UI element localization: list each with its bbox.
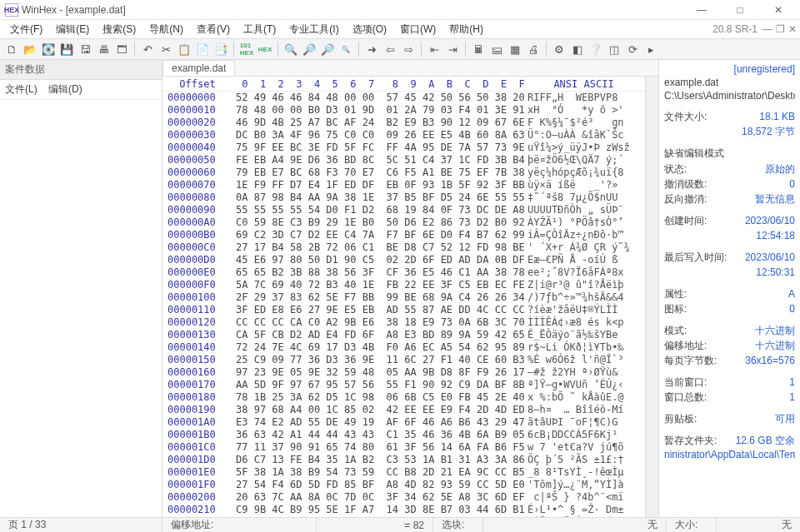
hex-row[interactable]: 0000014072 24 7E 4C 69 17 D3 4B F0 A6 EC… <box>162 341 645 354</box>
undo-icon[interactable]: ↶ <box>139 41 156 57</box>
hex-row[interactable]: 0000009055 55 55 55 54 D0 F1 D2 68 19 84… <box>162 204 645 216</box>
hex-row[interactable]: 000000800A 87 98 B4 AA 9A 38 1E 37 B5 BF… <box>162 191 645 204</box>
child-minimize-icon[interactable]: — <box>762 23 772 35</box>
hex-row[interactable]: 0000019038 97 68 A4 00 1C 85 02 42 EE EE… <box>162 404 645 416</box>
opendisk-icon[interactable]: 💽 <box>40 41 57 57</box>
findhex3-icon[interactable]: 🔍 <box>338 41 354 57</box>
hex-row[interactable]: 0000015025 C9 09 77 36 D3 36 9E 11 6C 27… <box>162 354 645 366</box>
pos2-icon[interactable]: ⇥ <box>444 41 461 57</box>
disk-icon[interactable]: 🖴 <box>488 41 505 57</box>
hex-row[interactable]: 000000F05A 7C 69 40 72 B3 40 1E FB 22 EE… <box>162 279 645 291</box>
hex-row[interactable]: 00000210C9 9B 4C B9 95 5E 1F A7 14 3D 8E… <box>162 504 645 516</box>
hex-row[interactable]: 000000C027 17 B4 58 2B 72 06 C1 BE D8 C7… <box>162 241 645 254</box>
status-sel-label: 选块: <box>442 518 464 532</box>
cfg-icon[interactable]: ⚙ <box>551 41 568 57</box>
info-panel: [unregistered] example.dat C:\Users\Admi… <box>658 60 800 517</box>
hex-row[interactable]: 000001F027 54 F4 6D 5D FD 85 BF A8 4D 82… <box>162 479 645 491</box>
hex-row[interactable]: 0000016097 23 9E 05 9E 32 59 48 05 AA 9B… <box>162 366 645 379</box>
menu-help[interactable]: 帮助(H) <box>442 21 490 38</box>
close-button[interactable]: ✕ <box>762 4 795 16</box>
hex-row[interactable]: 0000002046 9D 4B 25 A7 BC AF 24 B2 E9 B3… <box>162 117 645 129</box>
hex-row[interactable]: 00000050FE EB A4 9E D6 36 BD 8C 5C 51 C4… <box>162 154 645 167</box>
open-icon[interactable]: 📂 <box>22 41 38 57</box>
tab-bar: example.dat <box>162 60 658 77</box>
new-icon[interactable]: 🗋 <box>3 41 20 57</box>
status-page: 页 1 / 33 <box>0 518 162 532</box>
menu-tools[interactable]: 工具(T) <box>237 21 282 38</box>
find-icon[interactable]: 🔍 <box>282 41 299 57</box>
arrow-icon[interactable]: ▸ <box>642 41 659 57</box>
ctime-time: 12:54:18 <box>756 229 795 242</box>
maximize-button[interactable]: □ <box>723 4 757 16</box>
hex-row[interactable]: 000001E05F 38 1A 38 B9 54 73 59 CC B8 2D… <box>162 466 645 479</box>
copy-icon[interactable]: 📋 <box>176 41 192 57</box>
info-filename: example.dat <box>664 77 795 88</box>
col-hex[interactable]: 0 1 2 3 4 5 6 7 8 9 A B C D E F <box>232 78 522 90</box>
save-icon[interactable]: 💾 <box>58 41 75 57</box>
hex-row[interactable]: 0000006079 EB E7 BC 68 F3 70 E7 C6 F5 A1… <box>162 167 645 179</box>
menu-view[interactable]: 查看(V) <box>190 21 237 38</box>
hex-row[interactable]: 000000B069 C2 3D C7 D2 EE C4 7A F7 BF 6E… <box>162 229 645 241</box>
hex-row[interactable]: 0000022084 88 CF 00 EE 12 CB 29 DD 75 F5… <box>162 516 645 517</box>
forward-icon[interactable]: ⇨ <box>400 41 417 57</box>
hex-small-icon[interactable]: HEX <box>257 41 273 57</box>
cut-icon[interactable]: ✂ <box>158 41 174 57</box>
hex-row[interactable]: 0000018078 1B 25 3A 62 D5 1C 98 06 6B C5… <box>162 391 645 404</box>
case-menu-edit[interactable]: 编辑(D) <box>48 83 82 95</box>
state-label: 状态: <box>664 162 687 176</box>
ram-icon[interactable]: ▦ <box>507 41 523 57</box>
menu-edit[interactable]: 编辑(E) <box>49 21 96 38</box>
tab-example[interactable]: example.dat <box>162 60 235 76</box>
hex-row[interactable]: 0000001078 48 00 00 B0 D3 01 9D 01 2A 79… <box>162 104 645 117</box>
hex-row[interactable]: 000001D0D6 C7 13 FE B4 35 1A B2 C3 53 1A… <box>162 454 645 466</box>
child-restore-icon[interactable]: ❐ <box>776 23 785 35</box>
vsplit-icon[interactable]: ◫ <box>606 41 622 57</box>
hex101-icon[interactable]: 101HEX <box>238 41 255 57</box>
hex-row[interactable]: 000001A0E3 74 E2 AD 55 DE 49 19 AF 6F 46… <box>162 416 645 429</box>
case-menu-file[interactable]: 文件(L) <box>5 83 38 95</box>
hex-row[interactable]: 000001002F 29 37 83 62 5E F7 BB 99 BE 68… <box>162 291 645 304</box>
back-icon[interactable]: ⇦ <box>382 41 398 57</box>
hex-row[interactable]: 00000170AA 5D 9F 97 67 95 57 56 55 F1 90… <box>162 379 645 391</box>
col-offset[interactable]: Offset <box>162 78 232 90</box>
printb-icon[interactable]: 🖨 <box>525 41 542 57</box>
calc-icon[interactable]: 🖩 <box>470 41 487 57</box>
hex-row[interactable]: 000000701E F9 FF D7 E4 1F ED DF EB 0F 93… <box>162 179 645 191</box>
hex-row[interactable]: 000000D045 E6 97 80 50 D1 90 C5 02 2D 6F… <box>162 254 645 266</box>
menu-nav[interactable]: 导航(N) <box>142 21 190 38</box>
pasteclip-icon[interactable]: 📑 <box>212 41 229 57</box>
pos1-icon[interactable]: ⇤ <box>426 41 442 57</box>
print-icon[interactable]: 🖶 <box>95 41 112 57</box>
curwin-label: 当前窗口: <box>664 375 707 389</box>
findhex-icon[interactable]: 🔎 <box>301 41 318 57</box>
menu-window[interactable]: 窗口(W) <box>393 21 442 38</box>
hex-row[interactable]: 000001103F ED E8 E6 27 9E E5 EB AD 55 87… <box>162 304 645 316</box>
help-icon[interactable]: ❔ <box>588 41 604 57</box>
hex-row[interactable]: 000001C077 11 37 90 91 65 74 80 61 3F 56… <box>162 441 645 454</box>
hex-view[interactable]: 0000000052 49 46 46 84 48 00 00 57 45 42… <box>162 92 645 517</box>
opt-icon[interactable]: ◧ <box>569 41 586 57</box>
findhex2-icon[interactable]: 🔎 <box>319 41 336 57</box>
child-close-icon[interactable]: ✕ <box>788 23 797 35</box>
hex-row[interactable]: 0000020020 63 7C AA 8A 0C 7D 0C 3F 34 62… <box>162 491 645 504</box>
menu-search[interactable]: 搜索(S) <box>96 21 142 38</box>
minimize-button[interactable]: — <box>685 4 718 16</box>
hex-row[interactable]: 0000004075 9F EE BC 3E FD 5F FC FF 4A 95… <box>162 142 645 154</box>
saveall-icon[interactable]: 🖫 <box>77 41 93 57</box>
menu-pro[interactable]: 专业工具(I) <box>282 21 345 38</box>
sync-icon[interactable]: ⟳ <box>624 41 641 57</box>
hex-row[interactable]: 000000E065 65 B2 3B 88 38 56 3F CF 36 E5… <box>162 266 645 279</box>
hex-row[interactable]: 00000030DC B0 3A 4F 96 75 C0 C0 09 26 EE… <box>162 129 645 142</box>
props-icon[interactable]: 🗔 <box>113 41 130 57</box>
hex-row[interactable]: 000000A0C0 59 8E C3 B9 29 1E B0 50 D6 E2… <box>162 216 645 229</box>
scrollbar[interactable] <box>645 77 658 517</box>
goto-icon[interactable]: ➜ <box>363 41 380 57</box>
paste-icon[interactable]: 📄 <box>194 41 211 57</box>
menu-options[interactable]: 选项(O) <box>346 21 393 38</box>
menu-file[interactable]: 文件(F) <box>3 21 49 38</box>
hex-row[interactable]: 0000000052 49 46 46 84 48 00 00 57 45 42… <box>162 92 645 104</box>
col-ascii[interactable]: ANSI ASCII <box>522 78 645 90</box>
hex-row[interactable]: 000001B036 63 42 A1 44 44 43 43 C1 35 46… <box>162 429 645 441</box>
hex-row[interactable]: 00000120CC CC CC CA C0 A2 9B E6 38 18 E9… <box>162 316 645 329</box>
hex-row[interactable]: 00000130CA 5F CB D2 AD E4 FD 6F A8 E3 BD… <box>162 329 645 341</box>
